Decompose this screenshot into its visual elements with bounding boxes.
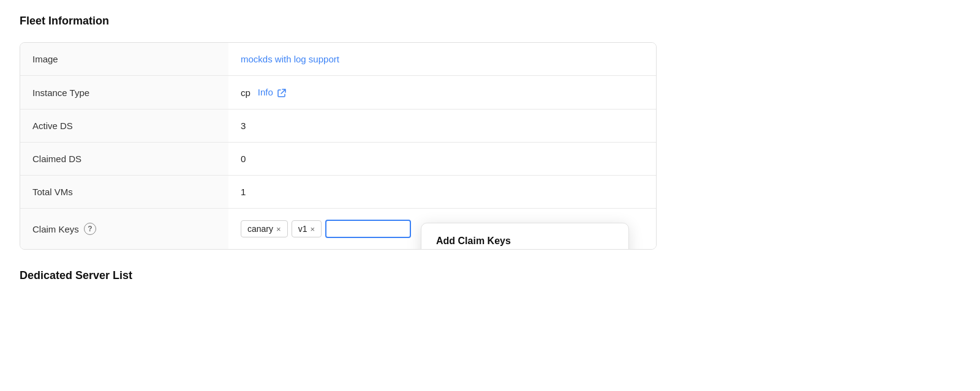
claim-key-tag-remove-canary[interactable]: × bbox=[276, 225, 281, 233]
claim-keys-help-icon[interactable]: ? bbox=[84, 223, 96, 235]
instance-type-info-link[interactable]: Info bbox=[258, 87, 287, 98]
info-table: Image mockds with log support Instance T… bbox=[20, 42, 657, 250]
total-vms-value: 1 bbox=[228, 176, 656, 208]
claim-key-tag-canary: canary × bbox=[241, 220, 288, 237]
table-row: Total VMs 1 bbox=[20, 176, 656, 209]
active-ds-value: 3 bbox=[228, 110, 656, 142]
claim-key-tag-label: canary bbox=[247, 224, 273, 234]
total-vms-label: Total VMs bbox=[20, 176, 228, 208]
claim-key-tag-v1: v1 × bbox=[292, 220, 322, 237]
section-title: Fleet Information bbox=[20, 15, 960, 28]
table-row: Claimed DS 0 bbox=[20, 143, 656, 176]
claimed-ds-value: 0 bbox=[228, 143, 656, 175]
claim-key-input[interactable] bbox=[325, 220, 411, 238]
image-label: Image bbox=[20, 43, 228, 75]
tooltip-title: Add Claim Keys bbox=[436, 236, 614, 247]
claim-keys-container: canary × v1 × Add Claim Keys Spaces are … bbox=[241, 220, 411, 238]
table-row: Instance Type cp Info bbox=[20, 76, 656, 110]
table-row: Active DS 3 bbox=[20, 110, 656, 143]
image-link[interactable]: mockds with log support bbox=[241, 54, 339, 64]
active-ds-label: Active DS bbox=[20, 110, 228, 142]
dedicated-server-list-title: Dedicated Server List bbox=[20, 269, 960, 282]
table-row: Claim Keys ? canary × v1 × Add C bbox=[20, 209, 656, 249]
instance-type-prefix: cp bbox=[241, 88, 251, 98]
add-claim-keys-tooltip: Add Claim Keys Spaces are not allowed Se… bbox=[421, 223, 629, 250]
table-row: Image mockds with log support bbox=[20, 43, 656, 76]
claimed-ds-label: Claimed DS bbox=[20, 143, 228, 175]
claim-keys-label: Claim Keys ? bbox=[20, 209, 228, 249]
external-link-icon bbox=[277, 88, 287, 98]
page-container: Fleet Information Image mockds with log … bbox=[0, 0, 980, 391]
image-value: mockds with log support bbox=[228, 43, 656, 75]
instance-type-value: cp Info bbox=[228, 76, 656, 109]
instance-type-label: Instance Type bbox=[20, 76, 228, 109]
claim-key-tag-remove-v1[interactable]: × bbox=[310, 225, 315, 233]
claim-keys-value: canary × v1 × Add Claim Keys Spaces are … bbox=[228, 209, 656, 249]
claim-key-tag-label: v1 bbox=[298, 224, 307, 234]
